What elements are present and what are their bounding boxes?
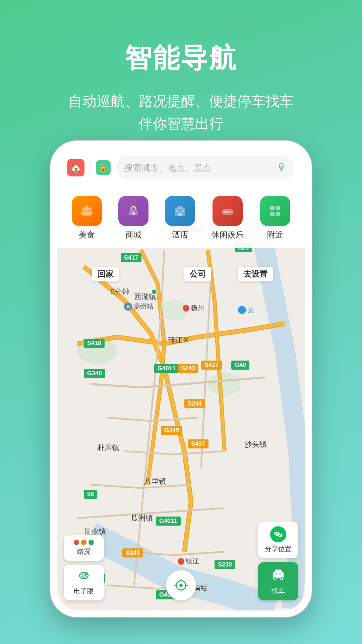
travel-time: 5分钟 xyxy=(111,287,129,297)
category-row: 美食 商城 xyxy=(57,188,305,248)
traffic-button[interactable]: 路况 xyxy=(64,535,104,561)
map-place-puxi: 朴席镇 xyxy=(97,443,119,453)
svg-rect-43 xyxy=(276,212,280,216)
eye-label: 电子眼 xyxy=(74,587,94,596)
svg-rect-30 xyxy=(178,213,182,216)
svg-rect-22 xyxy=(279,573,282,575)
map-place-hanjiang: 邗江区 xyxy=(168,335,190,345)
mic-icon[interactable]: 🎙 xyxy=(277,162,287,173)
share-button[interactable]: 分享位置 xyxy=(258,522,298,558)
eye-button[interactable]: 电子眼 xyxy=(64,565,104,600)
svg-point-13 xyxy=(276,533,277,534)
map-place-bali: 八里镇 xyxy=(144,476,166,486)
header-section: 智能导航 自动巡航、路况提醒、便捷停车找车 伴你智慧出行 xyxy=(0,0,362,155)
fun-icon xyxy=(213,196,243,226)
svg-rect-40 xyxy=(270,206,275,210)
nearby-icon xyxy=(260,196,290,226)
road-badge-g4011-1: G4011 xyxy=(154,364,179,373)
bottom-center xyxy=(166,570,196,600)
dot-orange xyxy=(81,540,86,545)
svg-point-4 xyxy=(82,574,85,577)
svg-rect-21 xyxy=(275,573,278,575)
svg-rect-32 xyxy=(182,210,184,212)
search-placeholder: 搜索城市、地点、景点 xyxy=(124,162,273,174)
subtitle: 自动巡航、路况提醒、便捷停车找车 伴你智慧出行 xyxy=(0,90,362,135)
home-destination[interactable]: 回家 xyxy=(92,267,119,281)
car-button[interactable]: 找车 xyxy=(258,562,298,600)
road-badge-g40: G40 xyxy=(231,361,249,370)
hotel-icon xyxy=(165,196,195,226)
green-marker xyxy=(151,288,158,295)
category-shop[interactable]: 商城 xyxy=(118,196,148,240)
hotel-label: 酒店 xyxy=(172,229,188,240)
road-badge-s243-1: S243 xyxy=(178,364,198,373)
category-food[interactable]: 美食 xyxy=(72,196,102,240)
food-icon xyxy=(72,196,102,226)
svg-rect-41 xyxy=(276,206,280,210)
share-label: 分享位置 xyxy=(265,544,292,553)
dot-red xyxy=(74,540,79,545)
phone-outer: S417 S28 S418 G4011 S243 S437 G40 S244 G… xyxy=(50,141,312,617)
yangzhou-icon-marker: 扬 xyxy=(238,305,254,314)
shop-icon xyxy=(118,196,148,226)
phone-screen: S417 S28 S418 G4011 S243 S437 G40 S244 G… xyxy=(57,148,305,610)
yangzhou-station-marker: 🏠 扬州站 xyxy=(124,302,154,311)
road-badge-g345: G345 xyxy=(161,426,182,435)
road-badge-g340: G340 xyxy=(84,369,105,378)
svg-point-7 xyxy=(179,584,183,587)
nearby-label: 附近 xyxy=(267,229,283,240)
category-hotel[interactable]: 酒店 xyxy=(165,196,195,240)
search-bar[interactable]: 搜索城市、地点、景点 🎙 xyxy=(116,156,295,179)
road-badge-s417: S417 xyxy=(121,253,141,262)
category-nearby[interactable]: 附近 xyxy=(260,196,290,240)
svg-point-17 xyxy=(281,535,281,536)
svg-point-15 xyxy=(278,534,283,537)
dot-green xyxy=(88,540,94,545)
category-fun[interactable]: 休闲娱乐 xyxy=(212,196,244,240)
bottom-right-buttons: 分享位置 xyxy=(258,522,298,600)
bottom-left-buttons: 路况 xyxy=(64,535,104,600)
lock-icon[interactable]: 🔒 xyxy=(96,160,111,175)
company-destination[interactable]: 公司 xyxy=(184,267,211,281)
wechat-icon xyxy=(270,526,286,542)
shop-label: 商城 xyxy=(125,229,141,240)
road-badge-s418: S418 xyxy=(84,339,105,348)
svg-marker-29 xyxy=(174,205,186,209)
locate-button[interactable] xyxy=(166,570,196,600)
svg-rect-42 xyxy=(270,212,275,216)
traffic-dots xyxy=(74,540,94,545)
svg-point-14 xyxy=(277,533,278,534)
traffic-label: 路况 xyxy=(77,547,90,556)
top-bar: 🏠 🔒 搜索城市、地点、景点 🎙 xyxy=(57,148,305,188)
yangzhou-marker: 扬州 xyxy=(183,304,204,313)
svg-rect-27 xyxy=(132,212,135,215)
eye-icon xyxy=(78,570,90,585)
car-label: 找车 xyxy=(272,587,285,596)
map-place-shatou: 沙头镇 xyxy=(245,439,267,449)
home-icon[interactable]: 🏠 xyxy=(67,159,84,176)
svg-point-3 xyxy=(208,372,241,396)
settings-destination[interactable]: 去设置 xyxy=(238,267,273,281)
svg-rect-37 xyxy=(226,211,229,212)
divider xyxy=(90,161,90,174)
svg-point-19 xyxy=(274,577,276,580)
phone-mockup: S417 S28 S418 G4011 S243 S437 G40 S244 G… xyxy=(50,141,312,617)
svg-rect-31 xyxy=(176,210,178,212)
svg-rect-26 xyxy=(86,205,88,209)
bottom-toolbar: 路况 xyxy=(64,522,298,600)
road-badge-s244: S244 xyxy=(184,399,205,408)
road-badge-s56: 56 xyxy=(84,490,97,499)
road-badge-s437-2: S437 xyxy=(188,439,208,448)
fun-label: 休闲娱乐 xyxy=(212,229,244,240)
food-label: 美食 xyxy=(79,229,95,240)
main-title: 智能导航 xyxy=(0,40,362,76)
road-badge-s437-1: S437 xyxy=(201,361,222,370)
car-icon xyxy=(271,567,286,585)
svg-point-20 xyxy=(280,577,283,580)
svg-point-16 xyxy=(279,535,280,536)
